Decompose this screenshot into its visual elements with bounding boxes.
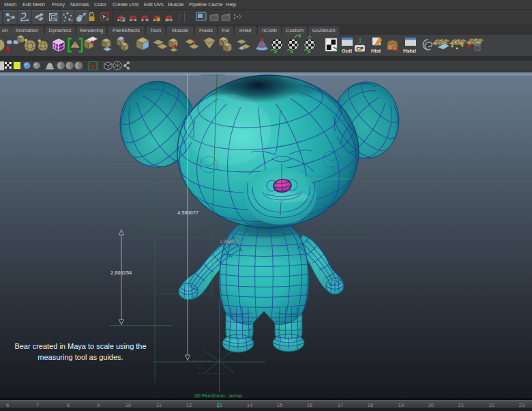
svg-text:Mesh: Mesh	[4, 1, 16, 8]
svg-text:Edit UVs: Edit UVs	[144, 1, 164, 8]
svg-text:Outl: Outl	[342, 48, 352, 54]
svg-text:on: on	[2, 27, 8, 33]
svg-text:Fur: Fur	[222, 27, 230, 33]
svg-text:Color: Color	[94, 1, 106, 8]
svg-text:Fluids: Fluids	[199, 27, 213, 33]
svg-text:2.803254: 2.803254	[110, 270, 132, 276]
svg-text:Hshd: Hshd	[403, 48, 416, 54]
svg-text:Create UVs: Create UVs	[113, 1, 139, 8]
svg-text:1.948077: 1.948077	[220, 239, 238, 244]
svg-text:Custom: Custom	[286, 27, 304, 33]
svg-text:Muscle: Muscle	[172, 27, 188, 33]
svg-text:Animation: Animation	[16, 27, 38, 33]
svg-text:Rendering: Rendering	[80, 27, 104, 33]
svg-text:Normals: Normals	[70, 1, 89, 8]
svg-text:nHair: nHair	[239, 27, 252, 33]
svg-text:Toon: Toon	[150, 27, 161, 33]
svg-text:nCloth: nCloth	[262, 27, 277, 33]
svg-text:PaintEffects: PaintEffects	[113, 27, 140, 33]
svg-text:Hist: Hist	[371, 48, 381, 54]
svg-text:Edit Mesh: Edit Mesh	[23, 1, 45, 8]
svg-text:Proxy: Proxy	[52, 1, 65, 8]
svg-text:GoZBrush: GoZBrush	[312, 27, 335, 33]
svg-text:Muscle: Muscle	[168, 1, 183, 8]
svg-text:Dynamics: Dynamics	[49, 27, 72, 33]
svg-text:CP: CP	[357, 46, 364, 52]
svg-text:Pipeline Cache: Pipeline Cache	[189, 1, 223, 8]
svg-text:Help: Help	[226, 1, 236, 8]
svg-text:4.580077: 4.580077	[177, 210, 198, 216]
svg-text:?: ?	[78, 14, 83, 23]
